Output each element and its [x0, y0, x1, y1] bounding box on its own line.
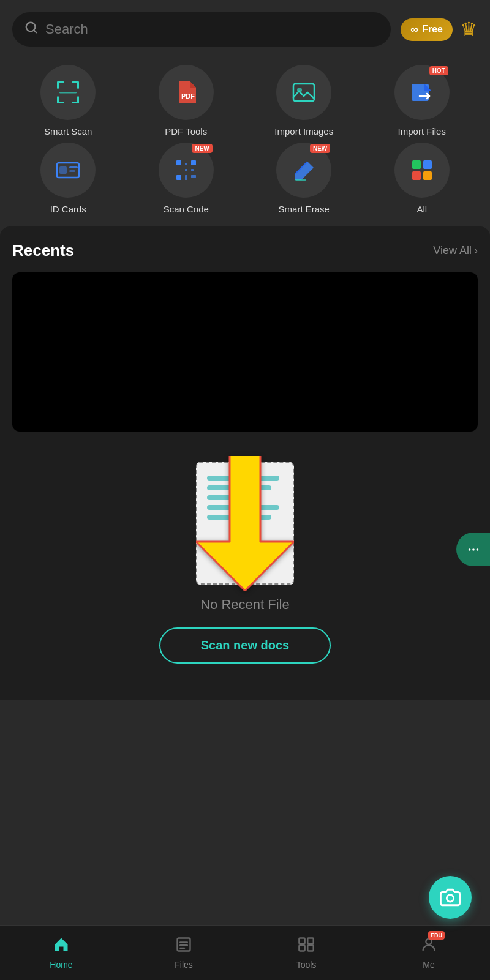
new-badge-smart-erase: NEW [310, 144, 330, 153]
feature-pdf-tools[interactable]: PDF PDF Tools [130, 65, 243, 137]
no-recent-text: No Recent File [200, 597, 290, 613]
nav-me[interactable]: EDU Me [368, 926, 490, 980]
svg-rect-26 [185, 175, 187, 180]
header-right: ∞ Free ♛ [401, 18, 478, 41]
new-badge-scan-code: NEW [192, 144, 212, 153]
svg-rect-29 [423, 160, 432, 169]
svg-point-40 [476, 548, 478, 551]
import-files-icon-wrap: HOT [394, 65, 450, 120]
svg-rect-24 [191, 169, 194, 171]
feature-import-files[interactable]: HOT Import Files [366, 65, 478, 137]
smart-scan-label: Smart Scan [44, 126, 92, 137]
search-bar[interactable] [12, 12, 391, 47]
recents-title: Recents [12, 241, 74, 260]
svg-rect-27 [295, 179, 306, 181]
files-icon [175, 936, 192, 957]
svg-rect-18 [69, 170, 75, 172]
svg-point-38 [468, 548, 470, 551]
svg-rect-9 [77, 96, 79, 103]
svg-rect-17 [69, 166, 78, 168]
svg-rect-7 [57, 96, 59, 103]
me-icon: EDU [420, 936, 437, 957]
home-icon [53, 936, 70, 957]
nav-me-label: Me [423, 960, 434, 970]
nav-files[interactable]: Files [123, 926, 245, 980]
nav-home-label: Home [50, 960, 72, 970]
free-label: Free [422, 24, 443, 35]
fab-camera-button[interactable] [429, 876, 472, 919]
svg-rect-23 [185, 169, 187, 171]
nav-files-label: Files [175, 960, 193, 970]
svg-rect-32 [230, 456, 260, 542]
svg-rect-30 [412, 171, 421, 180]
import-images-icon-wrap [276, 65, 331, 120]
tools-icon [298, 936, 315, 957]
svg-point-39 [472, 548, 475, 551]
svg-rect-19 [176, 160, 181, 165]
feature-smart-scan[interactable]: Smart Scan [12, 65, 124, 137]
search-icon [24, 21, 38, 38]
feature-import-images[interactable]: Import Images [248, 65, 360, 137]
header: ∞ Free ♛ [0, 0, 490, 53]
smart-erase-label: Smart Erase [279, 204, 330, 214]
import-files-label: Import Files [398, 126, 446, 137]
feature-smart-erase[interactable]: NEW Smart Erase [248, 143, 360, 214]
feature-all[interactable]: All [366, 143, 478, 214]
svg-marker-33 [196, 542, 294, 591]
infinity-icon: ∞ [410, 23, 418, 36]
svg-rect-46 [299, 938, 304, 944]
svg-rect-48 [299, 945, 304, 951]
nav-home[interactable]: Home [0, 926, 123, 980]
big-arrow [196, 456, 294, 593]
scan-code-icon-wrap: NEW [159, 143, 214, 198]
svg-point-41 [447, 895, 453, 902]
chevron-right-icon: › [474, 244, 478, 257]
id-cards-label: ID Cards [50, 204, 86, 214]
view-all-button[interactable]: View All › [433, 244, 478, 257]
recents-header: Recents View All › [12, 241, 478, 260]
svg-rect-20 [191, 160, 196, 165]
hot-badge: HOT [429, 66, 448, 75]
free-badge[interactable]: ∞ Free [401, 18, 453, 41]
arrow-container [196, 462, 294, 585]
svg-rect-10 [59, 92, 77, 94]
feature-id-cards[interactable]: ID Cards [12, 143, 124, 214]
fab-more-button[interactable] [456, 533, 490, 566]
all-label: All [417, 204, 427, 214]
svg-rect-12 [293, 84, 314, 101]
import-images-label: Import Images [274, 126, 333, 137]
edu-badge-label: EDU [428, 931, 445, 940]
pdf-tools-label: PDF Tools [165, 126, 207, 137]
svg-rect-25 [191, 175, 196, 178]
search-input[interactable] [45, 21, 379, 37]
svg-rect-49 [307, 945, 313, 951]
nav-tools-label: Tools [296, 960, 317, 970]
smart-scan-icon-wrap [40, 65, 96, 120]
crown-icon[interactable]: ♛ [460, 18, 478, 41]
svg-rect-16 [59, 166, 67, 174]
scan-code-label: Scan Code [164, 204, 209, 214]
svg-rect-28 [412, 160, 421, 169]
id-cards-icon-wrap [40, 143, 96, 198]
svg-rect-21 [176, 175, 181, 180]
svg-rect-47 [307, 938, 313, 944]
recent-preview-card [12, 272, 478, 432]
view-all-label: View All [433, 244, 472, 257]
bottom-nav: Home Files Tools [0, 925, 490, 980]
svg-line-1 [34, 30, 36, 32]
scan-new-docs-button[interactable]: Scan new docs [159, 627, 331, 664]
svg-rect-31 [423, 171, 432, 180]
svg-point-50 [426, 939, 431, 944]
all-icon-wrap [394, 143, 450, 198]
svg-text:PDF: PDF [181, 92, 195, 100]
svg-rect-22 [185, 163, 187, 165]
svg-rect-5 [77, 81, 79, 89]
feature-grid: Smart Scan PDF PDF Tools Im [0, 53, 490, 226]
smart-erase-icon-wrap: NEW [276, 143, 331, 198]
svg-rect-3 [57, 81, 59, 89]
nav-tools[interactable]: Tools [245, 926, 368, 980]
recents-section: Recents View All › [0, 226, 490, 700]
feature-scan-code[interactable]: NEW Scan Code [130, 143, 243, 214]
empty-state: No Recent File Scan new docs [12, 450, 478, 688]
pdf-tools-icon-wrap: PDF [159, 65, 214, 120]
